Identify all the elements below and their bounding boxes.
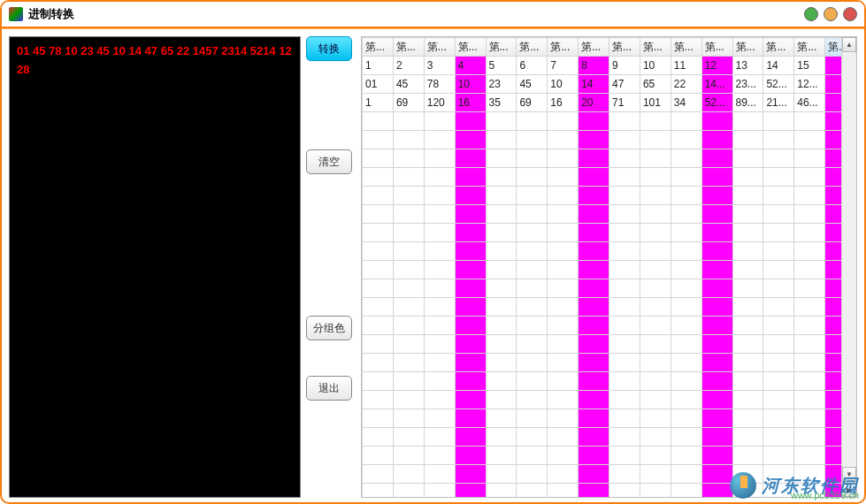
table-cell — [393, 428, 424, 447]
table-cell — [393, 409, 424, 428]
table-row[interactable] — [363, 335, 856, 354]
table-row[interactable] — [363, 168, 856, 187]
clear-button[interactable]: 清空 — [306, 149, 352, 174]
table-cell: 5 — [486, 57, 517, 75]
table-cell — [763, 261, 794, 279]
table-row[interactable] — [363, 131, 856, 149]
table-cell — [609, 447, 640, 465]
table-row[interactable] — [363, 242, 856, 261]
table-cell — [763, 391, 794, 409]
vertical-scrollbar[interactable]: ▲ ▼ — [841, 37, 856, 497]
column-header[interactable]: 第... — [671, 38, 701, 57]
table-row[interactable] — [363, 112, 856, 131]
table-cell — [701, 335, 732, 354]
table-row[interactable] — [363, 261, 856, 279]
table-row[interactable]: 014578102345101447652214...23...52...12.… — [363, 75, 856, 94]
table-cell — [486, 335, 517, 354]
table-cell — [486, 447, 517, 465]
input-panel[interactable]: 01 45 78 10 23 45 10 14 47 65 22 1457 23… — [9, 36, 301, 498]
column-header[interactable]: 第... — [794, 38, 825, 57]
table-cell: 89... — [732, 94, 763, 112]
column-header[interactable]: 第... — [424, 38, 455, 57]
table-row[interactable]: 1691201635691620711013452...89...21...46… — [363, 94, 856, 112]
table-cell — [701, 298, 732, 317]
table-row[interactable] — [363, 391, 856, 409]
data-grid[interactable]: 第...第...第...第...第...第...第...第...第...第...… — [361, 36, 857, 498]
table-cell — [455, 391, 486, 409]
table-row[interactable] — [363, 279, 856, 298]
table-cell — [455, 112, 486, 131]
column-header[interactable]: 第... — [640, 38, 671, 57]
column-header[interactable]: 第... — [455, 38, 486, 57]
table-cell — [640, 317, 671, 335]
app-icon — [9, 7, 23, 21]
table-cell — [671, 465, 701, 484]
table-cell — [794, 465, 825, 484]
table-row[interactable] — [363, 484, 856, 499]
table-cell: 10 — [640, 57, 671, 75]
table-cell — [486, 279, 517, 298]
column-header[interactable]: 第... — [517, 38, 548, 57]
scroll-right-button[interactable]: ▶ — [841, 483, 856, 497]
table-cell — [455, 409, 486, 428]
column-header[interactable]: 第... — [363, 38, 394, 57]
table-row[interactable] — [363, 149, 856, 168]
table-cell — [486, 428, 517, 447]
table-row[interactable] — [363, 428, 856, 447]
table-row[interactable] — [363, 298, 856, 317]
table-cell — [579, 391, 609, 409]
table-cell — [455, 149, 486, 168]
table-cell — [794, 224, 825, 242]
table-cell — [640, 428, 671, 447]
minimize-button[interactable] — [804, 7, 818, 21]
table-cell — [424, 335, 455, 354]
table-cell — [393, 335, 424, 354]
table-cell — [701, 168, 732, 187]
maximize-button[interactable] — [824, 7, 838, 21]
table-cell — [486, 317, 517, 335]
column-header[interactable]: 第... — [609, 38, 640, 57]
table-row[interactable] — [363, 187, 856, 205]
table-row[interactable] — [363, 372, 856, 391]
table-cell — [609, 205, 640, 224]
group-color-button[interactable]: 分组色 — [306, 316, 352, 340]
column-header[interactable]: 第... — [732, 38, 763, 57]
column-header[interactable]: 第... — [393, 38, 424, 57]
exit-button[interactable]: 退出 — [306, 376, 352, 401]
table-row[interactable]: 123456789101112131415 — [363, 57, 856, 75]
table-cell — [701, 279, 732, 298]
table-cell — [393, 131, 424, 149]
column-header[interactable]: 第... — [701, 38, 732, 57]
table-row[interactable] — [363, 354, 856, 372]
scroll-up-button[interactable]: ▲ — [842, 37, 856, 52]
table-row[interactable] — [363, 465, 856, 484]
table-cell — [671, 409, 701, 428]
table-cell — [640, 484, 671, 499]
column-header[interactable]: 第... — [486, 38, 517, 57]
table-cell — [671, 317, 701, 335]
table-row[interactable] — [363, 409, 856, 428]
scroll-down-button[interactable]: ▼ — [842, 467, 856, 482]
table-cell — [732, 391, 763, 409]
close-button[interactable] — [843, 7, 857, 21]
table-cell — [579, 131, 609, 149]
table-cell — [701, 391, 732, 409]
table-cell — [701, 131, 732, 149]
column-header[interactable]: 第... — [579, 38, 609, 57]
table-row[interactable] — [363, 317, 856, 335]
table-cell — [548, 242, 579, 261]
column-header[interactable]: 第... — [548, 38, 579, 57]
table-row[interactable] — [363, 447, 856, 465]
table-cell — [609, 279, 640, 298]
table-cell — [732, 354, 763, 372]
table-cell — [548, 447, 579, 465]
table-cell — [363, 131, 394, 149]
table-cell — [393, 242, 424, 261]
table-cell — [640, 224, 671, 242]
table-cell — [424, 317, 455, 335]
table-cell — [609, 112, 640, 131]
convert-button[interactable]: 转换 — [306, 36, 352, 61]
table-row[interactable] — [363, 205, 856, 224]
table-row[interactable] — [363, 224, 856, 242]
column-header[interactable]: 第... — [763, 38, 794, 57]
